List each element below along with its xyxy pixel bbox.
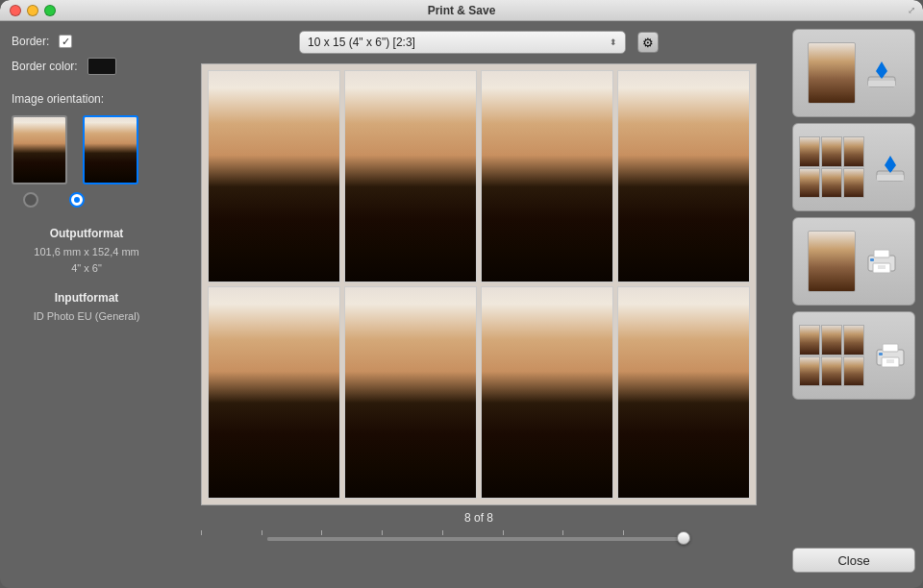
- mini-photo-5: [821, 168, 842, 199]
- page-info: 8 of 8: [201, 511, 757, 525]
- format-dropdown-value: 10 x 15 (4" x 6") [2:3]: [308, 36, 415, 49]
- mini-photo-10: [799, 356, 820, 387]
- radio-row: [12, 192, 162, 208]
- portrait-preview: [13, 117, 65, 183]
- save-multi-icon: [872, 149, 909, 185]
- left-panel: Border: Border color: Image orientation:…: [0, 21, 173, 588]
- radio-landscape[interactable]: [69, 192, 85, 208]
- single-photo-thumb: [808, 42, 856, 104]
- tick-1: [201, 530, 202, 535]
- close-btn-container: Close: [792, 405, 915, 580]
- svg-rect-11: [870, 258, 874, 261]
- tick-2: [262, 530, 262, 535]
- svg-rect-16: [883, 344, 898, 352]
- mini-photo-3: [843, 136, 864, 167]
- mini-photo-8: [821, 325, 842, 355]
- border-row: Border:: [12, 35, 162, 48]
- border-color-swatch[interactable]: [87, 58, 116, 75]
- save-multi-card[interactable]: [792, 123, 915, 211]
- orientation-label: Image orientation:: [12, 92, 162, 106]
- mini-photo-6: [843, 168, 864, 199]
- main-content: Border: Border color: Image orientation:…: [0, 21, 923, 588]
- tick-4: [382, 530, 383, 535]
- photo-cell-6: [344, 286, 477, 499]
- photo-cell-3: [481, 70, 613, 282]
- radio-portrait[interactable]: [23, 192, 38, 208]
- inputformat-section: Inputformat ID Photo EU (General): [12, 291, 162, 325]
- svg-rect-1: [868, 81, 895, 86]
- mini-photo-12: [843, 356, 864, 387]
- gear-button[interactable]: ⚙: [637, 32, 659, 53]
- minimize-button[interactable]: [27, 5, 38, 16]
- top-toolbar: 10 x 15 (4" x 6") [2:3] ⬍ ⚙: [181, 31, 777, 54]
- multi-photo-thumb: [799, 136, 864, 198]
- mini-photo-9: [843, 325, 864, 355]
- photo-cell-8: [617, 286, 750, 499]
- save-single-icon: [863, 55, 900, 91]
- right-panel: Close: [785, 21, 923, 588]
- window-title: Print & Save: [428, 4, 496, 17]
- photo-grid-container: [201, 63, 757, 505]
- slider-ticks: [201, 530, 624, 535]
- outputformat-line2: 4" x 6": [12, 260, 162, 277]
- slider-fill: [267, 537, 690, 541]
- slider-container: [201, 537, 757, 541]
- border-checkbox[interactable]: [59, 35, 72, 48]
- landscape-preview: [85, 117, 137, 183]
- slider-thumb[interactable]: [677, 531, 690, 545]
- svg-rect-5: [877, 175, 904, 181]
- multi-print-thumb: [799, 325, 864, 386]
- photo-cell-2: [344, 70, 477, 282]
- tick-6: [503, 530, 504, 535]
- mini-photo-7: [799, 325, 820, 355]
- svg-rect-10: [874, 250, 889, 257]
- tick-3: [321, 530, 322, 535]
- page-slider[interactable]: [267, 537, 690, 541]
- close-button[interactable]: Close: [792, 548, 915, 573]
- bottom-bar: 8 of 8: [201, 511, 757, 541]
- outputformat-section: Outputformat 101,6 mm x 152,4 mm 4" x 6": [12, 227, 162, 276]
- format-dropdown[interactable]: 10 x 15 (4" x 6") [2:3] ⬍: [299, 31, 626, 54]
- orientation-portrait[interactable]: [12, 115, 67, 184]
- orientation-landscape[interactable]: [83, 115, 138, 184]
- tick-7: [562, 530, 563, 535]
- mini-photo-11: [821, 356, 842, 387]
- photo-cell-1: [208, 70, 340, 282]
- orientation-thumbs: [12, 115, 162, 184]
- save-single-card[interactable]: [792, 29, 915, 117]
- mini-photo-1: [799, 136, 820, 167]
- single-print-thumb: [808, 231, 856, 292]
- photo-cell-5: [208, 286, 340, 499]
- outputformat-line1: 101,6 mm x 152,4 mm: [12, 244, 162, 260]
- maximize-button[interactable]: [44, 5, 56, 16]
- gear-icon: ⚙: [642, 36, 654, 50]
- border-color-row: Border color:: [12, 58, 162, 75]
- print-multi-icon: [872, 337, 909, 374]
- border-label: Border:: [12, 35, 49, 48]
- outputformat-title: Outputformat: [12, 227, 162, 240]
- border-color-label: Border color:: [12, 60, 78, 73]
- svg-rect-17: [879, 353, 883, 355]
- inputformat-title: Inputformat: [12, 291, 162, 305]
- inputformat-value: ID Photo EU (General): [12, 308, 162, 325]
- print-multi-card[interactable]: [792, 311, 915, 400]
- close-window-button[interactable]: [10, 5, 21, 16]
- photo-cell-4: [617, 70, 750, 282]
- photo-grid: [208, 70, 750, 499]
- titlebar: Print & Save ⤢: [0, 0, 923, 21]
- mini-photo-4: [799, 168, 820, 199]
- photo-cell-7: [481, 286, 613, 499]
- resize-icon[interactable]: ⤢: [908, 5, 915, 15]
- window-controls: [10, 5, 56, 16]
- tick-8: [623, 530, 624, 535]
- tick-5: [442, 530, 443, 535]
- dropdown-arrow-icon: ⬍: [610, 37, 617, 47]
- print-single-card[interactable]: [792, 217, 915, 306]
- print-single-icon: [863, 243, 900, 280]
- center-panel: 10 x 15 (4" x 6") [2:3] ⬍ ⚙ 8 of 8: [173, 21, 785, 588]
- mini-photo-2: [821, 136, 842, 167]
